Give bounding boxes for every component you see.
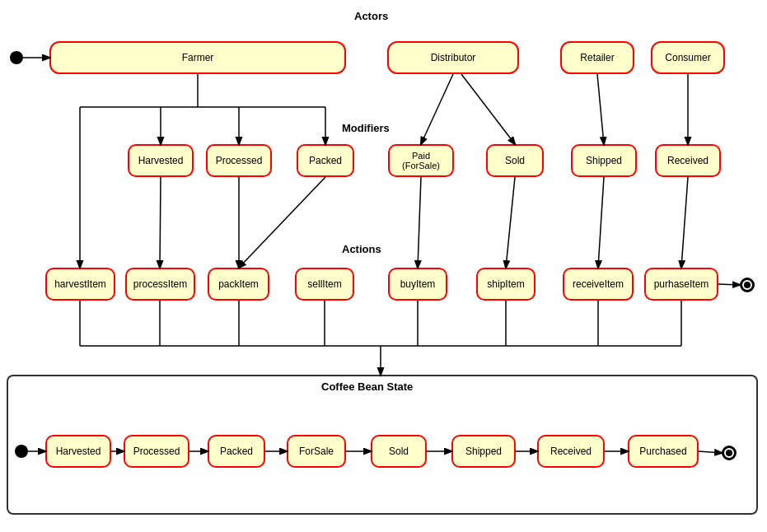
state-sold: Sold [371,435,427,468]
actor-distributor: Distributor [387,41,519,74]
modifier-paidforsale: Paid(ForSale) [388,144,454,177]
state-shipped: Shipped [451,435,516,468]
action-shipitem: shipItem [476,268,535,301]
state-title: Coffee Bean State [321,380,413,393]
diagram-container: Actors Modifiers Actions Coffee Bean Sta… [0,0,767,532]
modifier-harvested: Harvested [128,144,194,177]
actions-label: Actions [342,243,381,255]
svg-line-13 [239,177,325,268]
svg-line-8 [461,74,515,144]
svg-line-15 [506,177,515,268]
svg-line-28 [718,284,740,285]
svg-line-11 [160,177,161,268]
svg-line-17 [681,177,688,268]
svg-line-16 [598,177,604,268]
state-harvested: Harvested [45,435,111,468]
action-sellitem: sellItem [295,268,354,301]
actors-label: Actors [354,10,388,22]
action-processitem: processItem [125,268,195,301]
modifier-sold: Sold [486,144,544,177]
actor-farmer: Farmer [49,41,346,74]
svg-line-9 [597,74,604,144]
action-receiveitem: receiveItem [563,268,634,301]
actor-retailer: Retailer [560,41,634,74]
state-purchased: Purchased [628,435,699,468]
end-dot-state [722,446,737,460]
action-purhaseitem: purhaseItem [644,268,718,301]
modifier-shipped: Shipped [571,144,637,177]
svg-line-14 [418,177,421,268]
state-packed: Packed [208,435,265,468]
modifiers-label: Modifiers [342,122,390,134]
svg-line-7 [421,74,453,144]
action-packitem: packItem [208,268,269,301]
modifier-received: Received [655,144,721,177]
state-received: Received [537,435,605,468]
end-dot-top [740,278,755,292]
action-harvestitem: harvestItem [45,268,115,301]
action-buyitem: buyItem [388,268,447,301]
state-forsale: ForSale [287,435,346,468]
state-processed: Processed [124,435,189,468]
start-dot-state [15,445,28,458]
modifier-packed: Packed [297,144,354,177]
actor-consumer: Consumer [651,41,725,74]
start-dot-top [10,51,23,64]
modifier-processed: Processed [206,144,272,177]
